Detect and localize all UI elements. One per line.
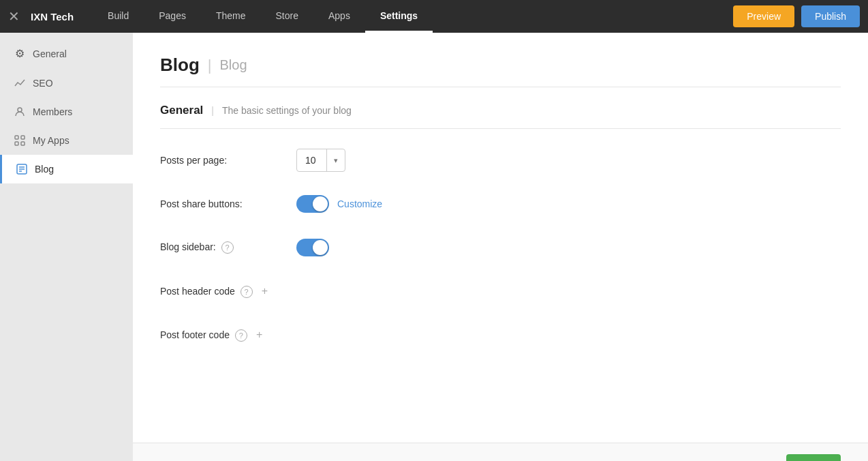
post-header-code-help-icon[interactable]: ? <box>241 286 253 298</box>
sidebar-item-seo[interactable]: SEO <box>0 69 133 98</box>
post-share-buttons-toggle[interactable] <box>296 195 329 213</box>
blog-icon <box>16 164 28 175</box>
svg-rect-4 <box>21 142 25 145</box>
person-icon <box>14 106 26 117</box>
post-header-code-add-icon[interactable]: + <box>258 284 272 298</box>
grid-icon <box>14 135 26 146</box>
post-share-buttons-row: Post share buttons: Customize <box>160 192 841 216</box>
nav-item-build[interactable]: Build <box>93 0 144 33</box>
sidebar: ⚙ General SEO Members <box>0 33 133 461</box>
nav-item-theme[interactable]: Theme <box>201 0 261 33</box>
nav-item-store[interactable]: Store <box>261 0 313 33</box>
chevron-down-icon[interactable]: ▾ <box>327 149 345 171</box>
header-divider <box>160 87 841 87</box>
posts-per-page-select[interactable]: 10 ▾ <box>296 149 345 172</box>
sidebar-item-label-members: Members <box>33 106 72 117</box>
posts-per-page-control: 10 ▾ <box>296 149 345 172</box>
nav-item-pages[interactable]: Pages <box>144 0 201 33</box>
toggle-knob <box>313 196 328 211</box>
svg-point-0 <box>18 108 22 112</box>
post-header-code-label: Post header code ? + <box>160 284 296 298</box>
post-share-buttons-label: Post share buttons: <box>160 198 296 209</box>
svg-rect-1 <box>15 136 18 139</box>
sidebar-item-blog[interactable]: Blog <box>0 155 133 183</box>
post-footer-code-help-icon[interactable]: ? <box>235 329 247 342</box>
sidebar-item-label-general: General <box>33 48 67 59</box>
breadcrumb-separator: | <box>208 57 212 74</box>
svg-rect-2 <box>21 136 25 139</box>
section-title: General <box>160 104 203 117</box>
page-title-sub: Blog <box>219 57 247 73</box>
sidebar-item-general[interactable]: ⚙ General <box>0 38 133 69</box>
sidebar-item-label-seo: SEO <box>33 78 53 89</box>
posts-per-page-label: Posts per page: <box>160 155 296 166</box>
blog-sidebar-help-icon[interactable]: ? <box>221 241 234 254</box>
post-footer-code-label: Post footer code ? + <box>160 328 296 342</box>
page-title-main: Blog <box>160 55 200 76</box>
post-footer-code-row: Post footer code ? + <box>160 323 841 347</box>
main-layout: ⚙ General SEO Members <box>0 33 868 461</box>
chart-icon <box>14 78 26 89</box>
posts-per-page-value: 10 <box>297 149 327 171</box>
sidebar-item-members[interactable]: Members <box>0 98 133 126</box>
post-share-buttons-control: Customize <box>296 195 382 213</box>
main-content: Blog | Blog General | The basic settings… <box>133 33 868 461</box>
svg-rect-3 <box>15 142 18 145</box>
blog-sidebar-control <box>296 239 329 256</box>
nav-actions: Preview Publish <box>733 5 860 27</box>
sidebar-item-label-blog: Blog <box>35 164 54 175</box>
page-header: Blog | Blog <box>160 55 841 76</box>
posts-per-page-row: Posts per page: 10 ▾ <box>160 148 841 173</box>
section-description: The basic settings of your blog <box>222 105 352 116</box>
nav-items: Build Pages Theme Store Apps Settings <box>93 0 733 33</box>
section-header: General | The basic settings of your blo… <box>160 104 841 117</box>
blog-sidebar-toggle[interactable] <box>296 239 329 256</box>
post-footer-code-add-icon[interactable]: + <box>253 328 266 342</box>
nav-item-apps[interactable]: Apps <box>313 0 365 33</box>
top-navigation: ✕ IXN Tech Build Pages Theme Store Apps … <box>0 0 868 33</box>
section-divider <box>160 128 841 129</box>
save-button[interactable]: Save <box>786 454 841 461</box>
post-header-code-row: Post header code ? + <box>160 279 841 303</box>
section-separator: | <box>211 105 214 116</box>
toggle-knob <box>313 240 328 255</box>
blog-sidebar-row: Blog sidebar: ? <box>160 235 841 260</box>
site-name: IXN Tech <box>31 11 74 23</box>
sidebar-item-label-my-apps: My Apps <box>33 135 69 146</box>
sidebar-item-my-apps[interactable]: My Apps <box>0 126 133 155</box>
main-footer: Save <box>133 443 868 461</box>
nav-item-settings[interactable]: Settings <box>365 0 433 33</box>
blog-sidebar-label: Blog sidebar: ? <box>160 241 296 254</box>
gear-icon: ⚙ <box>14 47 26 60</box>
publish-button[interactable]: Publish <box>801 5 860 27</box>
preview-button[interactable]: Preview <box>733 5 794 27</box>
customize-link[interactable]: Customize <box>337 198 382 209</box>
close-button[interactable]: ✕ <box>8 10 20 23</box>
